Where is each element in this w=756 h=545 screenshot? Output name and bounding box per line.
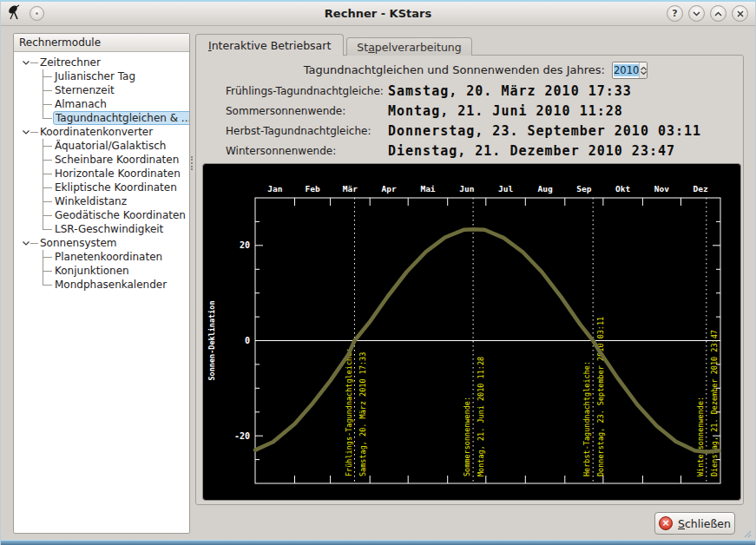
svg-text:Samstag, 20. März 2010 17:33: Samstag, 20. März 2010 17:33	[358, 352, 367, 476]
svg-text:Frühlings-Tagundnachtgleiche:: Frühlings-Tagundnachtgleiche:	[345, 348, 353, 476]
chevron-up-icon	[714, 11, 722, 16]
tree-item-konjunktionen[interactable]: Konjunktionen	[14, 264, 189, 278]
help-button[interactable]: ?	[667, 5, 683, 22]
tree-item-geodaetische-koordinaten[interactable]: Geodätische Koordinaten	[14, 208, 189, 222]
shade-button[interactable]	[688, 5, 705, 22]
interactive-mode-panel: Tagundnachtgleichen und Sonnenwenden des…	[195, 55, 744, 505]
tree-item-sternenzeit[interactable]: Sternenzeit	[14, 83, 189, 97]
year-spinbox[interactable]: 2010	[612, 62, 648, 79]
result-value: Montag, 21. Juni 2010 11:28	[388, 103, 623, 119]
svg-text:Jan: Jan	[267, 184, 282, 194]
svg-text:Nov: Nov	[654, 184, 669, 194]
svg-text:Dienstag, 21. Dezember 2010 23: Dienstag, 21. Dezember 2010 23:47	[710, 330, 719, 476]
result-row-spring: Frühlings-Tagundnachtgleiche: Samstag, 2…	[226, 81, 701, 101]
kstars-app-icon	[6, 4, 23, 22]
svg-text:Sommersonnenwende:: Sommersonnenwende:	[463, 397, 471, 476]
spin-down-icon	[641, 71, 647, 75]
resize-grip[interactable]	[741, 528, 752, 538]
window-menu-button[interactable]	[30, 6, 44, 21]
result-label: Wintersonnenwende:	[226, 145, 388, 157]
tab-stapelverarbeitung[interactable]: Stapelverarbeitung	[346, 37, 471, 56]
svg-text:Dez: Dez	[694, 184, 708, 194]
svg-text:Apr: Apr	[382, 184, 397, 194]
module-tree: Zeitrechner Julianischer Tag Sternenzeit…	[14, 52, 189, 292]
sun-declination-chart: JanFebMärAprMaiJunJulAugSepOktNovDez-200…	[202, 163, 741, 501]
tree-item-tagundnachtgleichen[interactable]: Tagundnachtgleichen & ...	[14, 111, 189, 125]
svg-text:Jun: Jun	[459, 184, 474, 194]
chevron-down-icon[interactable]	[21, 58, 30, 68]
result-label: Frühlings-Tagundnachtgleiche:	[226, 85, 388, 97]
result-label: Herbst-Tagundnachtgleiche:	[226, 125, 388, 137]
svg-text:Donnerstag, 23. September 2010: Donnerstag, 23. September 2010 03:11	[596, 317, 605, 476]
svg-text:Herbst-Tagundnachtgleiche:: Herbst-Tagundnachtgleiche:	[582, 361, 591, 476]
spinner-arrows[interactable]	[639, 62, 647, 78]
declination-plot: JanFebMärAprMaiJunJulAugSepOktNovDez-200…	[203, 164, 740, 500]
svg-text:20: 20	[240, 240, 250, 250]
tree-item-planetenkoordinaten[interactable]: Planetenkoordinaten	[14, 250, 189, 264]
close-window-button[interactable]	[732, 5, 748, 22]
tree-item-lsr-geschwindigkeit[interactable]: LSR-Geschwindigkeit	[14, 222, 189, 236]
chevron-down-icon[interactable]	[21, 128, 30, 137]
tree-item-aequatorial-galaktisch[interactable]: Äquatorial/Galaktisch	[14, 139, 189, 153]
svg-text:0: 0	[245, 336, 250, 345]
maximize-button[interactable]	[710, 5, 726, 22]
tree-group-zeitrechner[interactable]: Zeitrechner	[14, 56, 189, 69]
kstars-calculator-window: Rechner - KStars ? Rechnermodule Zeitrec…	[0, 0, 756, 545]
svg-text:Mär: Mär	[343, 184, 358, 194]
tree-item-ekliptische-koordinaten[interactable]: Ekliptische Koordinaten	[14, 181, 189, 194]
result-value: Dienstag, 21. Dezember 2010 23:47	[388, 143, 675, 159]
svg-text:Sonnen-Deklination: Sonnen-Deklination	[207, 300, 216, 380]
branch-line	[30, 243, 38, 244]
svg-text:Okt: Okt	[615, 184, 630, 194]
tree-item-winkeldistanz[interactable]: Winkeldistanz	[14, 194, 189, 208]
tree-group-sonnensystem[interactable]: Sonnensystem	[14, 236, 189, 250]
results-list: Frühlings-Tagundnachtgleiche: Samstag, 2…	[226, 81, 701, 161]
spin-up-icon	[641, 67, 647, 70]
module-sidebar: Rechnermodule Zeitrechner Julianischer T…	[13, 33, 190, 534]
close-icon	[737, 10, 744, 17]
close-red-icon: ×	[659, 516, 673, 530]
svg-text:Sep: Sep	[576, 184, 591, 194]
tree-item-scheinbare-koordinaten[interactable]: Scheinbare Koordinaten	[14, 153, 189, 167]
titlebar: Rechner - KStars ?	[1, 2, 755, 26]
year-value[interactable]: 2010	[613, 62, 639, 78]
branch-line	[30, 132, 38, 133]
tabbar: Interaktive Betriebsart Stapelverarbeitu…	[195, 34, 472, 56]
tab-interaktive-betriebsart[interactable]: Interaktive Betriebsart	[195, 34, 344, 56]
svg-text:-20: -20	[234, 431, 250, 441]
sidebar-header: Rechnermodule	[14, 34, 189, 52]
close-button-label: Schließen	[678, 517, 731, 530]
result-row-winter: Wintersonnenwende: Dienstag, 21. Dezembe…	[226, 141, 701, 161]
tree-item-horizontale-koordinaten[interactable]: Horizontale Koordinaten	[14, 167, 189, 181]
result-row-summer: Sommersonnenwende: Montag, 21. Juni 2010…	[226, 101, 701, 121]
result-label: Sommersonnenwende:	[226, 105, 388, 117]
result-value: Donnerstag, 23. September 2010 03:11	[388, 123, 701, 139]
tree-item-julianischer-tag[interactable]: Julianischer Tag	[14, 69, 189, 83]
tree-item-almanach[interactable]: Almanach	[14, 97, 189, 111]
year-label: Tagundnachtgleichen und Sonnenwenden des…	[196, 62, 605, 79]
svg-text:Mai: Mai	[420, 184, 435, 194]
window-title: Rechner - KStars	[1, 2, 755, 26]
svg-text:Feb: Feb	[306, 184, 320, 194]
result-row-autumn: Herbst-Tagundnachtgleiche: Donnerstag, 2…	[226, 121, 701, 141]
chevron-down-icon[interactable]	[21, 239, 30, 248]
result-value: Samstag, 20. März 2010 17:33	[388, 83, 632, 99]
svg-text:Montag, 21. Juni 2010 11:28: Montag, 21. Juni 2010 11:28	[477, 357, 485, 476]
svg-text:Jul: Jul	[498, 184, 513, 194]
window-bottom-edge	[1, 540, 755, 545]
tree-item-mondphasenkalender[interactable]: Mondphasenkalender	[14, 278, 189, 292]
chevron-down-icon	[693, 11, 700, 16]
close-button[interactable]: × Schließen	[654, 512, 735, 535]
svg-text:Aug: Aug	[538, 184, 553, 194]
tree-group-koordinatenkonverter[interactable]: Koordinatenkonverter	[14, 125, 189, 139]
panel-splitter-handle[interactable]	[191, 156, 193, 170]
svg-text:Wintersonnenwende:: Wintersonnenwende:	[696, 397, 705, 476]
branch-line	[30, 62, 38, 63]
